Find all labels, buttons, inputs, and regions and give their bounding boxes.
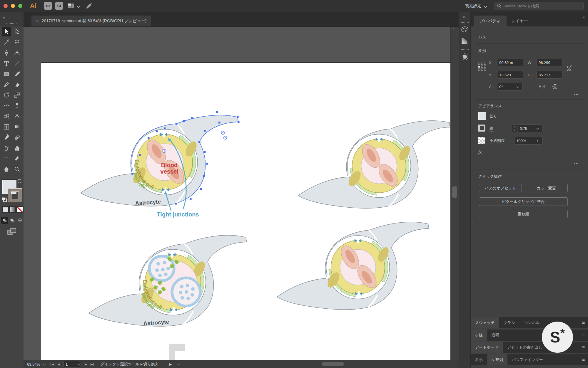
search-input[interactable] [504, 4, 570, 9]
gradient-tool[interactable] [12, 122, 22, 132]
tab-symbols[interactable]: シンボル [519, 317, 544, 328]
blend-tool[interactable] [12, 133, 22, 142]
panel-drag-handle[interactable] [461, 22, 469, 23]
color-mode-button[interactable] [2, 206, 9, 213]
vertical-scrollbar[interactable]: ^ [450, 27, 459, 360]
mesh-tool[interactable] [2, 122, 11, 132]
opacity-swatch[interactable] [478, 137, 485, 144]
previous-artboard-button[interactable]: ◀ [58, 360, 60, 368]
hand-tool[interactable] [2, 164, 11, 174]
workspace-switcher[interactable]: 初期設定 [465, 3, 487, 9]
recolor-button[interactable]: カラー変更 [525, 184, 568, 192]
next-artboard-button[interactable]: ▶ [85, 360, 87, 368]
angle-dropdown[interactable] [513, 83, 522, 90]
slice-tool[interactable] [12, 154, 22, 163]
diagram-blood-brain-barrier-plain[interactable] [273, 212, 432, 320]
w-input[interactable]: 96.299 [537, 59, 562, 66]
last-artboard-button[interactable]: ▶ [91, 360, 94, 368]
collapse-toolbar-icon[interactable]: « [3, 15, 5, 20]
tab-artboards[interactable]: アートボード [471, 342, 503, 353]
y-input[interactable]: 13.523 [497, 71, 523, 79]
panel-menu-icon[interactable]: ≡ [582, 342, 588, 353]
stock-app-icon[interactable]: St [55, 2, 63, 10]
swap-fill-stroke-icon[interactable] [16, 179, 22, 184]
tab-layers[interactable]: レイヤー [505, 16, 534, 26]
artboard-number-input[interactable]: 1 [64, 361, 80, 367]
collapse-panels-icon[interactable]: » [583, 15, 585, 19]
expand-panels-icon[interactable]: « [463, 15, 465, 19]
toolbar-drag-handle[interactable] [6, 23, 17, 24]
stock-search[interactable] [494, 2, 584, 10]
none-mode-button[interactable] [16, 206, 24, 213]
bridge-app-icon[interactable]: Br [44, 2, 52, 10]
default-fill-stroke-icon[interactable] [1, 197, 7, 203]
stroke-swatch[interactable] [478, 125, 485, 132]
horizontal-scroll-thumb[interactable] [322, 362, 344, 366]
stepper-up-icon[interactable] [513, 126, 516, 128]
tab-asset-export[interactable]: アセットの書き出し [503, 342, 547, 353]
symbol-sprayer-tool[interactable] [2, 143, 11, 153]
offset-path-button[interactable]: パスのオフセット [479, 184, 522, 192]
workspace-layout-switcher[interactable] [68, 3, 80, 9]
fx-button[interactable]: fx. [478, 150, 483, 155]
opacity-options-button[interactable]: › [533, 137, 542, 144]
type-tool[interactable] [2, 59, 11, 68]
stroke-weight-dropdown[interactable] [533, 125, 542, 132]
arrange-button[interactable]: 重ね順 [479, 210, 568, 218]
eraser-tool[interactable] [12, 80, 22, 89]
panel-menu-icon[interactable]: ≡ [582, 354, 588, 365]
zoom-dropdown[interactable] [44, 360, 45, 368]
rotate-tool[interactable] [2, 90, 11, 100]
paintbrush-tool[interactable] [12, 69, 22, 79]
tab-transparency[interactable]: 透明 [487, 330, 504, 341]
selection-tool[interactable] [2, 27, 11, 36]
tab-transform[interactable]: 変形 [471, 354, 487, 365]
vertical-scroll-thumb[interactable] [452, 186, 457, 198]
gradient-panel-icon[interactable] [461, 37, 469, 45]
artboard-dropdown[interactable] [78, 360, 80, 368]
artwork-corner-shape[interactable] [169, 344, 175, 360]
tab-align[interactable]: ◇整列 [487, 354, 507, 365]
tab-brushes[interactable]: ブラシ [499, 317, 520, 328]
appearance-more-options[interactable]: ••• [574, 162, 579, 165]
diagram-blood-brain-barrier-plain[interactable] [294, 111, 453, 218]
gradient-mode-button[interactable] [9, 206, 16, 213]
draw-normal-mode-button[interactable] [1, 217, 8, 224]
flip-horizontal-button[interactable] [539, 83, 545, 89]
minimize-window-button[interactable] [11, 4, 15, 8]
flip-vertical-button[interactable] [552, 83, 558, 89]
shape-builder-tool[interactable] [2, 112, 11, 121]
column-graph-tool[interactable] [12, 143, 22, 153]
zoom-level[interactable]: 63.54% [27, 360, 40, 368]
canvas[interactable]: Endothelial cell Pericyte Astrocyte Bloo… [24, 26, 459, 360]
width-tool[interactable] [2, 101, 11, 110]
fill-swatch[interactable] [478, 112, 486, 120]
zoom-tool[interactable] [12, 164, 22, 174]
draw-inside-mode-button[interactable] [16, 217, 24, 224]
first-artboard-button[interactable]: ◀ [51, 360, 54, 368]
diagram-blood-brain-barrier-infection[interactable]: Endothelial cell Pericyte Astrocyte [85, 225, 249, 337]
panel-menu-icon[interactable]: ≡ [582, 317, 588, 328]
zoom-window-button[interactable] [18, 4, 22, 8]
h-input[interactable]: 85.717 [537, 71, 562, 79]
stepper-down-icon[interactable] [513, 128, 516, 131]
x-input[interactable]: 90.62 m [497, 59, 523, 66]
close-window-button[interactable] [4, 4, 8, 8]
eyedropper-tool[interactable] [2, 133, 11, 142]
shaper-tool[interactable] [2, 80, 11, 89]
artwork-divider-line[interactable] [125, 84, 307, 84]
stroke-color-proxy[interactable] [8, 189, 22, 202]
diagram-blood-brain-barrier-labeled[interactable]: Endothelial cell Pericyte Astrocyte Bloo… [76, 105, 241, 220]
align-pixel-grid-button[interactable]: ピクセルグリッドに整合 [479, 197, 568, 206]
scroll-up-arrow[interactable]: ^ [453, 28, 455, 31]
transform-more-options[interactable]: ••• [574, 93, 579, 96]
tab-swatches[interactable]: スウォッチ [471, 317, 499, 328]
brushes-panel-icon[interactable] [461, 53, 469, 61]
direct-selection-tool[interactable] [12, 27, 22, 36]
collapse-status-icon[interactable]: < [178, 360, 181, 368]
tab-properties[interactable]: プロパティ [474, 16, 507, 26]
magic-wand-tool[interactable] [2, 38, 11, 47]
artboard-tool[interactable] [2, 154, 11, 163]
curvature-tool[interactable] [12, 48, 22, 58]
link-dimensions-icon[interactable] [565, 64, 573, 73]
